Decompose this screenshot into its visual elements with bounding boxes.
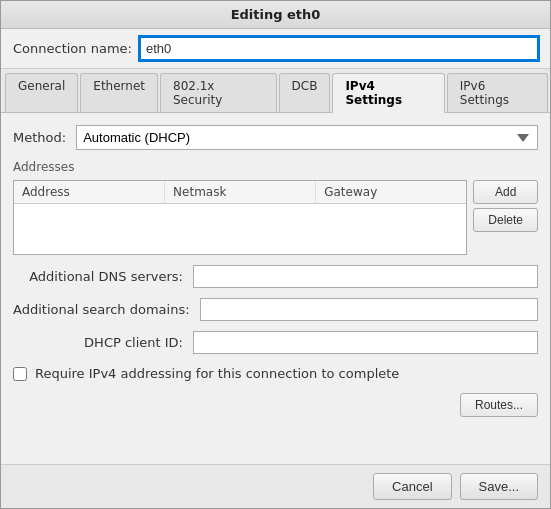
dns-row: Additional DNS servers: [13, 265, 538, 288]
header-address: Address [14, 181, 165, 203]
addresses-label: Addresses [13, 160, 538, 174]
method-label: Method: [13, 130, 66, 145]
checkbox-row: Require IPv4 addressing for this connect… [13, 364, 538, 383]
tab-dcb[interactable]: DCB [279, 73, 331, 112]
dhcp-row: DHCP client ID: [13, 331, 538, 354]
add-button[interactable]: Add [473, 180, 538, 204]
method-select[interactable]: Automatic (DHCP) Manual Link-Local Only … [76, 125, 538, 150]
ipv4-required-checkbox[interactable] [13, 367, 27, 381]
dns-label: Additional DNS servers: [13, 269, 183, 284]
delete-button[interactable]: Delete [473, 208, 538, 232]
search-label: Additional search domains: [13, 302, 190, 317]
dns-input[interactable] [193, 265, 538, 288]
dialog-footer: Cancel Save... [1, 464, 550, 508]
tab-bar: General Ethernet 802.1x Security DCB IPv… [1, 69, 550, 113]
save-button[interactable]: Save... [460, 473, 538, 500]
tab-content-ipv4: Method: Automatic (DHCP) Manual Link-Loc… [1, 113, 550, 464]
tab-ipv6[interactable]: IPv6 Settings [447, 73, 548, 112]
dhcp-label: DHCP client ID: [13, 335, 183, 350]
dialog: Editing eth0 Connection name: General Et… [0, 0, 551, 509]
dhcp-input[interactable] [193, 331, 538, 354]
tab-ipv4[interactable]: IPv4 Settings [332, 73, 444, 113]
routes-row: Routes... [13, 393, 538, 417]
header-gateway: Gateway [316, 181, 466, 203]
addresses-buttons: Add Delete [473, 180, 538, 255]
addresses-section: Addresses Address Netmask Gateway Add De… [13, 160, 538, 255]
routes-button[interactable]: Routes... [460, 393, 538, 417]
table-header: Address Netmask Gateway [14, 181, 466, 204]
tab-8021x[interactable]: 802.1x Security [160, 73, 277, 112]
checkbox-label: Require IPv4 addressing for this connect… [35, 366, 399, 381]
tab-ethernet[interactable]: Ethernet [80, 73, 158, 112]
tab-general[interactable]: General [5, 73, 78, 112]
connection-name-row: Connection name: [1, 29, 550, 69]
connection-name-label: Connection name: [13, 41, 132, 56]
search-input[interactable] [200, 298, 538, 321]
header-netmask: Netmask [165, 181, 316, 203]
connection-name-input[interactable] [140, 37, 538, 60]
method-row: Method: Automatic (DHCP) Manual Link-Loc… [13, 125, 538, 150]
dialog-title: Editing eth0 [1, 1, 550, 29]
search-row: Additional search domains: [13, 298, 538, 321]
table-body [14, 204, 466, 254]
addresses-container: Address Netmask Gateway Add Delete [13, 180, 538, 255]
addresses-table: Address Netmask Gateway [13, 180, 467, 255]
cancel-button[interactable]: Cancel [373, 473, 451, 500]
